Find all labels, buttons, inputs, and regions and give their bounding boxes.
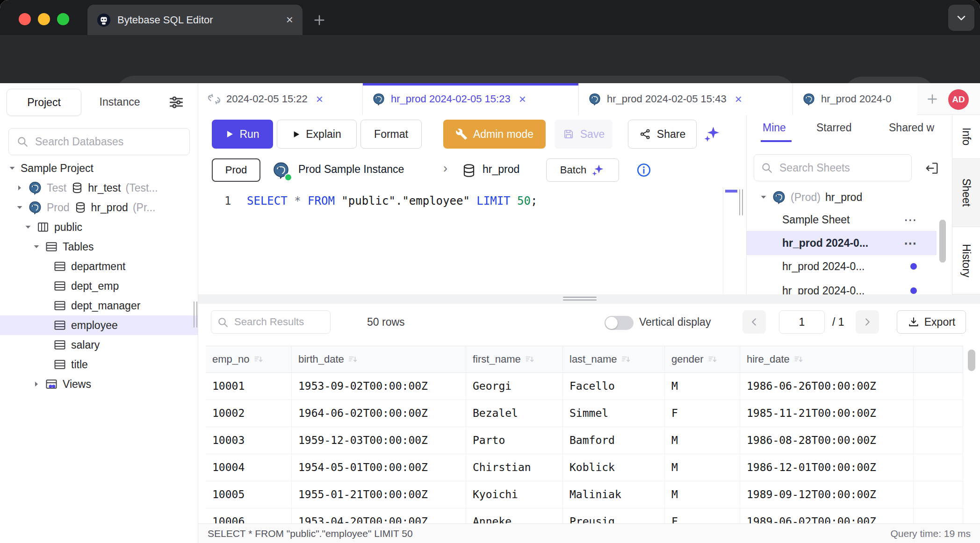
sort-icon[interactable] bbox=[525, 354, 535, 364]
cell[interactable]: Simmel bbox=[563, 400, 665, 427]
cell[interactable]: Preusig bbox=[563, 508, 665, 523]
sheet-item-unsaved[interactable]: hr_prod 2024-0... bbox=[747, 255, 937, 278]
admin-mode-button[interactable]: Admin mode bbox=[443, 120, 546, 149]
add-sheet-tab-button[interactable] bbox=[926, 93, 939, 106]
cell[interactable]: M bbox=[665, 427, 740, 454]
page-number-input[interactable] bbox=[779, 310, 825, 334]
sheet-item-selected[interactable]: hr_prod 2024-0... ⋯ bbox=[747, 231, 937, 255]
results-search-input[interactable] bbox=[233, 315, 324, 329]
sheet-menu-icon[interactable]: ⋯ bbox=[904, 236, 918, 251]
save-button[interactable]: Save bbox=[555, 120, 612, 149]
rail-tab-history[interactable]: History bbox=[952, 227, 980, 294]
cell[interactable]: Bamford bbox=[563, 427, 665, 454]
cell[interactable]: 1989-09-12T00:00:00Z bbox=[740, 481, 914, 508]
caret-down-icon[interactable] bbox=[24, 223, 32, 231]
window-minimize-button[interactable] bbox=[38, 13, 50, 25]
rail-tab-sheet-active[interactable]: Sheet bbox=[952, 159, 980, 227]
panel-resize-handle[interactable] bbox=[742, 189, 743, 215]
column-header-last-name[interactable]: last_name bbox=[563, 346, 665, 373]
sheet-group-hr-prod[interactable]: (Prod) hr_prod bbox=[747, 186, 937, 208]
results-search[interactable] bbox=[211, 310, 331, 334]
tab-instance[interactable]: Instance bbox=[92, 89, 148, 115]
instance-name[interactable]: Prod Sample Instance bbox=[298, 163, 404, 176]
tree-item-table-employee-selected[interactable]: employee bbox=[0, 315, 198, 335]
tab-overflow-button[interactable] bbox=[948, 5, 974, 31]
cell[interactable]: 10005 bbox=[206, 481, 292, 508]
sql-editor[interactable]: 1 SELECT * FROM "public"."employee" LIMI… bbox=[198, 187, 743, 294]
caret-down-icon[interactable] bbox=[16, 204, 23, 211]
sort-icon[interactable] bbox=[621, 354, 631, 364]
sheets-tab-shared[interactable]: Shared w bbox=[889, 121, 934, 134]
sheets-scrollbar[interactable] bbox=[939, 220, 946, 263]
close-tab-icon[interactable]: × bbox=[735, 92, 742, 107]
info-circle-icon[interactable] bbox=[636, 162, 652, 178]
window-zoom-button[interactable] bbox=[57, 13, 69, 25]
sort-icon[interactable] bbox=[348, 354, 358, 364]
sheets-search[interactable] bbox=[754, 154, 912, 181]
cell[interactable]: Georgi bbox=[466, 373, 563, 400]
database-search[interactable] bbox=[8, 128, 190, 155]
cell[interactable]: 1953-09-02T00:00:00Z bbox=[292, 373, 466, 400]
export-button[interactable]: Export bbox=[897, 310, 966, 334]
tree-item-table-salary[interactable]: salary bbox=[0, 335, 198, 355]
tree-item-tables[interactable]: Tables bbox=[0, 237, 198, 257]
tree-item-table-dept-emp[interactable]: dept_emp bbox=[0, 276, 198, 296]
tree-item-table-title[interactable]: title bbox=[0, 355, 198, 374]
tree-item-hr-prod[interactable]: Prod hr_prod (Pr... bbox=[0, 198, 198, 217]
run-button[interactable]: Run bbox=[212, 120, 273, 149]
column-header-birth-date[interactable]: birth_date bbox=[292, 346, 466, 373]
cell[interactable]: Koblick bbox=[563, 454, 665, 481]
ai-assistant-sparkle-icon[interactable] bbox=[703, 125, 721, 143]
column-header-hire-date[interactable]: hire_date bbox=[740, 346, 914, 373]
sort-icon[interactable] bbox=[253, 354, 264, 364]
cell[interactable]: 1985-11-21T00:00:00Z bbox=[740, 400, 914, 427]
cell[interactable]: 1954-05-01T00:00:00Z bbox=[292, 454, 466, 481]
user-avatar[interactable]: AD bbox=[948, 89, 969, 110]
cell[interactable]: M bbox=[665, 454, 740, 481]
cell[interactable]: F bbox=[665, 400, 740, 427]
tree-item-table-dept-manager[interactable]: dept_manager bbox=[0, 296, 198, 315]
browser-tab-close-icon[interactable]: × bbox=[286, 13, 293, 27]
split-drag-handle[interactable] bbox=[563, 300, 597, 300]
cell[interactable]: 10003 bbox=[206, 427, 292, 454]
cell[interactable]: 1959-12-03T00:00:00Z bbox=[292, 427, 466, 454]
results-scrollbar[interactable] bbox=[968, 350, 975, 371]
tree-item-views[interactable]: Views bbox=[0, 374, 198, 394]
tree-item-schema-public[interactable]: public bbox=[0, 217, 198, 237]
new-tab-button[interactable] bbox=[312, 13, 326, 27]
database-search-input[interactable] bbox=[34, 135, 182, 149]
panel-resize-handle[interactable] bbox=[739, 189, 740, 215]
cell[interactable]: 1953-04-20T00:00:00Z bbox=[292, 508, 466, 523]
editor-tab-2-active[interactable]: hr_prod 2024-02-05 15:23 × bbox=[363, 83, 579, 115]
tree-settings-icon[interactable] bbox=[167, 93, 185, 111]
sort-icon[interactable] bbox=[793, 354, 804, 364]
cell[interactable]: M bbox=[665, 481, 740, 508]
collapse-panel-icon[interactable] bbox=[924, 161, 939, 176]
cell[interactable]: Kyoichi bbox=[466, 481, 563, 508]
editor-tab-1[interactable]: 2024-02-05 15:22 × bbox=[198, 83, 363, 115]
editor-tab-3[interactable]: hr_prod 2024-02-05 15:43 × bbox=[579, 83, 793, 115]
current-database[interactable]: hr_prod bbox=[483, 163, 519, 176]
sheets-search-input[interactable] bbox=[778, 161, 905, 175]
cell[interactable]: 10004 bbox=[206, 454, 292, 481]
vertical-display-toggle[interactable] bbox=[605, 316, 634, 330]
caret-right-icon[interactable] bbox=[33, 380, 40, 388]
format-button[interactable]: Format bbox=[360, 120, 422, 149]
cell[interactable]: Chirstian bbox=[466, 454, 563, 481]
sort-icon[interactable] bbox=[707, 354, 718, 364]
sheet-menu-icon[interactable]: ⋯ bbox=[904, 212, 918, 228]
cell[interactable]: Facello bbox=[563, 373, 665, 400]
window-close-button[interactable] bbox=[19, 13, 31, 25]
sidebar-resize-handle[interactable] bbox=[196, 301, 197, 328]
sheets-tab-mine[interactable]: Mine bbox=[763, 121, 786, 134]
cell[interactable]: 1989-06-02T00:00:00Z bbox=[740, 508, 914, 523]
caret-down-icon[interactable] bbox=[8, 164, 16, 172]
cell[interactable]: 1986-08-28T00:00:00Z bbox=[740, 427, 914, 454]
close-tab-icon[interactable]: × bbox=[316, 92, 323, 107]
sheets-tab-starred[interactable]: Starred bbox=[816, 121, 851, 134]
share-button[interactable]: Share bbox=[628, 120, 697, 149]
cell[interactable]: Parto bbox=[466, 427, 563, 454]
split-drag-handle[interactable] bbox=[563, 297, 597, 298]
column-header-first-name[interactable]: first_name bbox=[466, 346, 563, 373]
column-header-gender[interactable]: gender bbox=[665, 346, 740, 373]
